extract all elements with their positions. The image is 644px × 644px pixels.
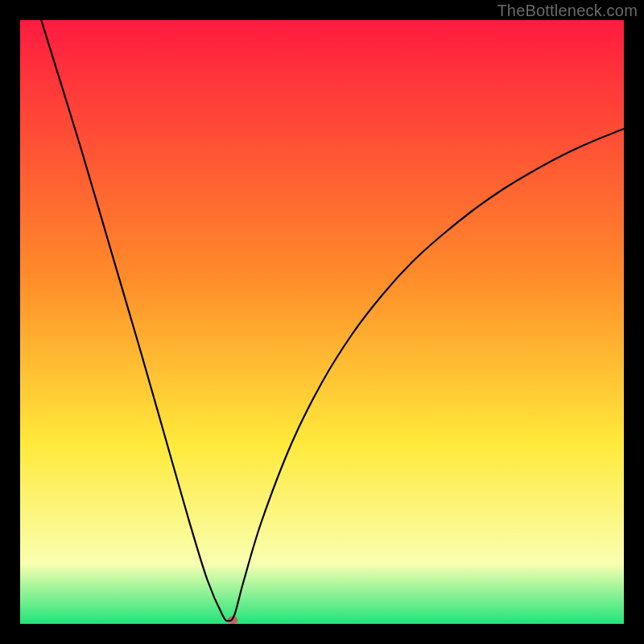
watermark-text: TheBottleneck.com (497, 2, 638, 20)
gradient-background (20, 20, 624, 624)
plot-svg (20, 20, 624, 624)
plot-area (20, 20, 624, 624)
chart-frame: TheBottleneck.com (0, 0, 644, 644)
